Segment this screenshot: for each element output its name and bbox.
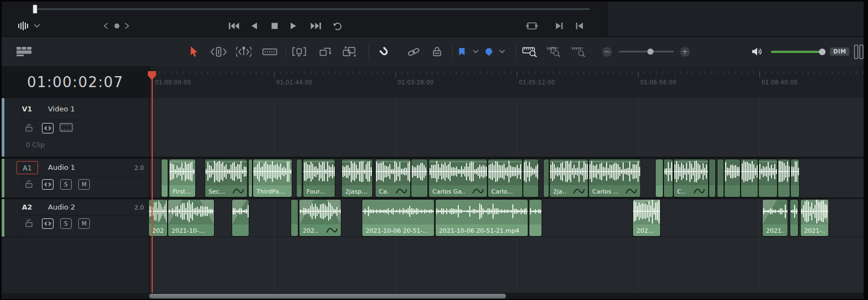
first-frame-icon[interactable] — [229, 17, 239, 35]
loop-icon[interactable] — [333, 17, 342, 35]
audio-clip[interactable]: 2021... — [763, 200, 787, 236]
audio-clip[interactable] — [232, 200, 249, 236]
flag-icon[interactable] — [458, 37, 465, 66]
jog-dot-icon[interactable] — [114, 17, 120, 35]
audio1-lane[interactable]: First...Sec...ThirdPa...Four...2jasp...C… — [149, 159, 864, 197]
auto-select-icon[interactable] — [42, 179, 53, 190]
chevron-down-icon[interactable] — [34, 17, 40, 35]
play-to-end-icon[interactable] — [555, 17, 563, 35]
selection-arrow-icon[interactable] — [190, 37, 199, 66]
stop-icon[interactable] — [271, 17, 278, 35]
mute-button[interactable]: M — [78, 218, 90, 229]
audio-clip[interactable]: First... — [169, 159, 195, 197]
zoom-detail-icon[interactable] — [546, 37, 561, 66]
audio-clip[interactable]: 2021-... — [801, 200, 828, 236]
marker-icon[interactable] — [485, 37, 493, 66]
mute-button[interactable]: M — [78, 179, 90, 190]
audio-clip[interactable]: Carlo... — [488, 159, 522, 197]
timeline-view-icon[interactable] — [17, 37, 31, 66]
lock-icon[interactable] — [25, 219, 33, 227]
audio-clip[interactable]: 2ja... — [550, 159, 588, 197]
audio-clip[interactable] — [741, 159, 758, 197]
playhead[interactable] — [152, 72, 153, 293]
zoom-full-extent-icon[interactable] — [522, 37, 538, 66]
audio-clip[interactable]: Four... — [303, 159, 335, 197]
track-id-a1-destination[interactable]: A1 — [17, 161, 38, 174]
audio-clip[interactable] — [529, 200, 542, 236]
video1-lane[interactable] — [149, 98, 864, 159]
audio-clip[interactable]: 202... — [299, 200, 341, 236]
frame-view-icon[interactable] — [60, 123, 73, 132]
replace-clip-icon[interactable] — [342, 37, 356, 66]
solo-button[interactable]: S — [60, 218, 72, 229]
horizontal-scrollbar-thumb[interactable] — [149, 293, 506, 299]
lock-icon[interactable] — [25, 124, 33, 132]
trim-edit-icon[interactable] — [210, 37, 227, 66]
audio-clip[interactable] — [717, 159, 724, 197]
zoom-in-button[interactable]: + — [680, 37, 690, 66]
track-name-audio1[interactable]: Audio 1 — [48, 163, 75, 172]
audio-clip[interactable]: 2021-10-... — [168, 200, 214, 236]
scrub-position-handle[interactable] — [33, 4, 37, 14]
play-icon[interactable] — [290, 17, 297, 35]
lock-icon[interactable] — [25, 180, 33, 188]
audio-clip[interactable] — [791, 159, 799, 197]
marker-chevron-down-icon[interactable] — [499, 37, 505, 66]
timeline-scrollbar-track[interactable] — [2, 293, 864, 299]
audio-clip[interactable] — [656, 159, 663, 197]
audio-levels-icon[interactable] — [18, 17, 30, 35]
track-id-v1[interactable]: V1 — [17, 105, 37, 113]
speaker-icon[interactable] — [752, 37, 763, 66]
audio-clip[interactable] — [411, 159, 427, 197]
track-name-video1[interactable]: Video 1 — [48, 105, 75, 113]
playhead-handle[interactable] — [147, 71, 157, 81]
jog-right-icon[interactable] — [125, 17, 129, 35]
audio-clip[interactable] — [523, 159, 538, 197]
audio-clip[interactable] — [544, 159, 549, 197]
snap-magnet-icon[interactable] — [379, 37, 390, 66]
flag-chevron-down-icon[interactable] — [473, 37, 479, 66]
audio-clip[interactable]: Ca... — [376, 159, 410, 197]
last-frame-icon[interactable] — [310, 17, 321, 35]
timeline-volume-slider[interactable] — [771, 37, 823, 66]
audio-clip[interactable] — [291, 200, 298, 236]
timeline-ruler[interactable]: 01:00:00:0001:01:44:0001:03:28:0001:05:1… — [149, 71, 864, 98]
audio-clip[interactable]: Carlos ... — [589, 159, 640, 197]
audio-clip[interactable] — [249, 159, 252, 197]
zoom-out-button[interactable]: − — [602, 37, 612, 66]
audio-clip[interactable]: 2021-10-06 20-51-21.mp4 — [436, 200, 528, 236]
volume-slider-knob[interactable] — [819, 49, 826, 55]
audio-clip[interactable] — [709, 159, 715, 197]
track-header-audio2[interactable]: A2 Audio 2 2.0 S M — [2, 199, 149, 237]
audio-clip[interactable]: C... — [674, 159, 708, 197]
track-name-audio2[interactable]: Audio 2 — [48, 203, 75, 211]
audio-clip[interactable] — [725, 159, 740, 197]
razor-icon[interactable] — [262, 37, 277, 66]
audio-clip[interactable]: Sec... — [205, 159, 247, 197]
dynamic-trim-icon[interactable] — [236, 37, 251, 66]
audio-clip[interactable] — [759, 159, 777, 197]
audio-clip[interactable] — [778, 159, 790, 197]
auto-select-icon[interactable] — [42, 123, 53, 133]
audio-clip[interactable]: Carlos Ga... — [429, 159, 487, 197]
insert-clip-icon[interactable] — [292, 37, 307, 66]
audio-clip[interactable] — [790, 200, 798, 236]
viewer-scrub-bar[interactable] — [34, 8, 590, 10]
loop-range-icon[interactable] — [526, 17, 538, 35]
jog-left-icon[interactable] — [104, 17, 108, 35]
track-header-audio1[interactable]: A1 Audio 1 2.0 S M — [2, 159, 149, 199]
solo-button[interactable]: S — [60, 179, 72, 190]
audio-clip[interactable]: 202... — [633, 200, 660, 236]
mixer-icon[interactable] — [854, 37, 864, 66]
audio-clip[interactable] — [664, 159, 673, 197]
zoom-slider-knob[interactable] — [647, 49, 653, 55]
position-lock-icon[interactable] — [432, 37, 442, 66]
zoom-custom-icon[interactable] — [571, 37, 586, 66]
track-header-video1[interactable]: V1 Video 1 0 Clip — [2, 98, 149, 159]
audio-clip[interactable]: 2jasp... — [342, 159, 372, 197]
timeline-zoom-slider[interactable] — [619, 37, 674, 66]
audio-clip[interactable]: ThirdPa... — [253, 159, 292, 197]
track-id-a2[interactable]: A2 — [17, 203, 37, 211]
audio-clip[interactable] — [297, 159, 302, 197]
audio-clip[interactable]: 2021-10-06 20-51-... — [362, 200, 434, 236]
